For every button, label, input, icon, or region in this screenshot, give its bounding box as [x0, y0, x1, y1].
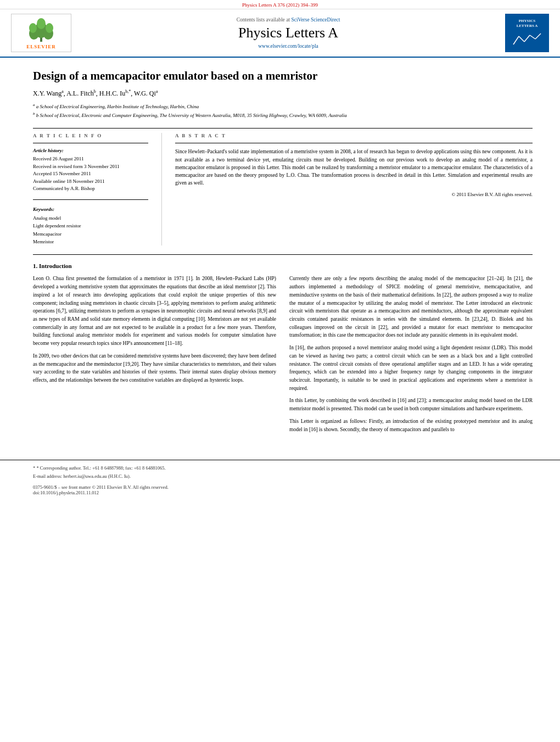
- available-online-date: Available online 18 November 2011: [33, 178, 148, 186]
- elsevier-tree-icon: [22, 18, 60, 43]
- footer-copyright: 0375-9601/$ – see front matter © 2011 El…: [33, 484, 533, 495]
- body-right-p2: In [16], the authors proposed a novel me…: [289, 344, 533, 392]
- section-divider-2: [33, 254, 533, 255]
- article-info-header: A R T I C L E I N F O: [33, 133, 148, 138]
- svg-rect-0: [40, 37, 42, 42]
- keyword-3: Memcapacitor: [33, 230, 148, 238]
- body-left-p2: In 2009, two other devices that can be c…: [33, 352, 276, 384]
- keywords-header: Keywords:: [33, 207, 148, 212]
- journal-title: Physics Letters A: [71, 25, 505, 41]
- body-right-col: Currently there are only a few reports d…: [289, 275, 533, 438]
- abstract-col: A B S T R A C T Since Hewlett–Packard's …: [175, 133, 533, 246]
- affiliations: a a School of Electrical Engineering, Ha…: [33, 102, 533, 119]
- article-info-divider: [33, 143, 148, 143]
- accepted-date: Accepted 15 November 2011: [33, 170, 148, 178]
- authors: X.Y. Wanga, A.L. Fitchb, H.H.C. Iub,*, W…: [33, 89, 533, 98]
- abstract-copyright: © 2011 Elsevier B.V. All rights reserved…: [175, 192, 533, 197]
- vertical-divider: [161, 133, 162, 246]
- abstract-header: A B S T R A C T: [175, 133, 533, 138]
- paper-title: Design of a memcapacitor emulator based …: [33, 69, 533, 83]
- footer: * * Corresponding author. Tel.: +61 8 64…: [0, 460, 560, 500]
- citation-text: Physics Letters A 376 (2012) 394–399: [242, 2, 318, 8]
- elsevier-label: ELSEVIER: [26, 44, 56, 49]
- body-two-col: Leon O. Chua first presented the formula…: [33, 275, 533, 438]
- affil-b-sup: b: [33, 111, 35, 116]
- received-revised-date: Received in revised form 3 November 2011: [33, 163, 148, 171]
- body-right-p4: This Letter is organized as follows: Fir…: [289, 417, 533, 433]
- communicated-by: Communicated by A.R. Bishop: [33, 185, 148, 193]
- body-left-col: Leon O. Chua first presented the formula…: [33, 275, 276, 438]
- section-divider-1: [33, 128, 533, 129]
- sciverse-link[interactable]: SciVerse ScienceDirect: [291, 17, 340, 23]
- main-content: Design of a memcapacitor emulator based …: [0, 58, 560, 449]
- footnote-star: *: [33, 465, 35, 471]
- pla-title: PHYSICSLETTERS A: [517, 19, 538, 29]
- article-info: A R T I C L E I N F O Article history: R…: [33, 133, 148, 246]
- affiliation-b: b b School of Electrical, Electronic and…: [33, 111, 533, 120]
- body-left-p1: Leon O. Chua first presented the formula…: [33, 275, 276, 347]
- keyword-2: Light dependent resistor: [33, 222, 148, 230]
- keyword-1: Analog model: [33, 214, 148, 222]
- corresponding-author: * Corresponding author. Tel.: +61 8 6488…: [36, 465, 165, 471]
- svg-point-6: [37, 18, 46, 29]
- affil-sup-a2: a: [156, 89, 158, 94]
- journal-right-logo: PHYSICSLETTERS A: [505, 14, 549, 52]
- received-date: Received 26 August 2011: [33, 155, 148, 163]
- body-right-p1: Currently there are only a few reports d…: [289, 275, 533, 339]
- citation-bar: Physics Letters A 376 (2012) 394–399: [0, 0, 560, 9]
- journal-url: www.elsevier.com/locate/pla: [71, 43, 505, 49]
- contents-line: Contents lists available at SciVerse Sci…: [71, 17, 505, 23]
- pla-graphic-icon: [511, 31, 544, 47]
- copyright-notice: 0375-9601/$ – see front matter © 2011 El…: [33, 484, 169, 490]
- keywords-section: Keywords: Analog model Light dependent r…: [33, 207, 148, 246]
- journal-center: Contents lists available at SciVerse Sci…: [71, 17, 505, 49]
- article-info-abstract: A R T I C L E I N F O Article history: R…: [33, 133, 533, 246]
- affil-sup-a: a: [61, 89, 64, 94]
- email-label: E-mail address: herbert.iu@uwa.edu.au (H…: [33, 473, 131, 479]
- article-history: Article history: Received 26 August 2011…: [33, 148, 148, 193]
- keywords-divider: [33, 199, 148, 200]
- keyword-4: Memristor: [33, 238, 148, 246]
- email-line: E-mail address: herbert.iu@uwa.edu.au (H…: [33, 473, 533, 480]
- affil-a-sup: a: [33, 103, 35, 107]
- journal-header: ELSEVIER Contents lists available at Sci…: [0, 9, 560, 58]
- affil-sup-b1: b: [94, 89, 96, 94]
- svg-point-5: [46, 23, 53, 33]
- journal-url-link[interactable]: www.elsevier.com/locate/pla: [258, 43, 318, 49]
- elsevier-logo: ELSEVIER: [11, 14, 71, 52]
- svg-point-4: [29, 23, 37, 33]
- body-right-p3: In this Letter, by combining the work de…: [289, 397, 533, 412]
- affil-sup-b2: b,*: [125, 89, 131, 94]
- section1-heading: 1. Introduction: [33, 263, 533, 269]
- abstract-text: Since Hewlett–Packard's solid state impl…: [175, 148, 533, 187]
- abstract-divider: [175, 143, 533, 143]
- history-header: Article history:: [33, 148, 148, 153]
- affiliation-a: a a School of Electrical Engineering, Ha…: [33, 102, 533, 111]
- footnote-ref: * * Corresponding author. Tel.: +61 8 64…: [33, 465, 533, 472]
- doi-line: doi:10.1016/j.physleta.2011.11.012: [33, 490, 99, 495]
